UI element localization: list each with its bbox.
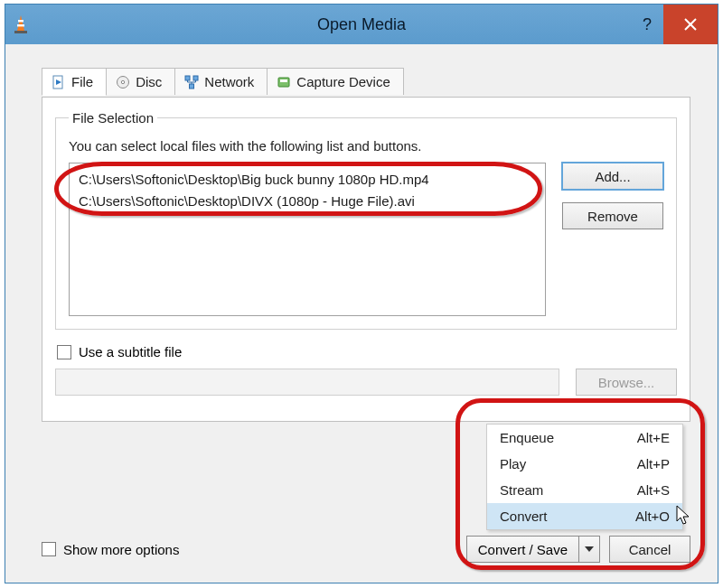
menu-item-shortcut: Alt+E xyxy=(637,430,670,445)
tab-capture-device[interactable]: Capture Device xyxy=(267,68,403,95)
menu-item-convert[interactable]: Convert Alt+O xyxy=(487,503,682,529)
menu-item-label: Play xyxy=(500,456,526,471)
menu-item-shortcut: Alt+P xyxy=(637,456,670,471)
file-icon xyxy=(52,75,66,89)
svg-rect-2 xyxy=(17,24,24,26)
remove-button[interactable]: Remove xyxy=(562,202,663,229)
menu-item-label: Convert xyxy=(500,509,548,524)
window-title: Open Media xyxy=(317,15,406,34)
cancel-button[interactable]: Cancel xyxy=(609,536,690,563)
convert-save-split-button[interactable]: Convert / Save xyxy=(466,536,600,563)
svg-rect-3 xyxy=(14,31,27,33)
vlc-cone-icon xyxy=(5,14,36,34)
chevron-down-icon xyxy=(585,546,594,552)
list-item[interactable]: C:\Users\Softonic\Desktop\Big buck bunny… xyxy=(79,169,536,191)
file-selection-hint: You can select local files with the foll… xyxy=(69,138,663,154)
svg-marker-16 xyxy=(677,506,689,524)
show-more-label: Show more options xyxy=(63,542,179,557)
cursor-icon xyxy=(676,505,692,527)
tab-network[interactable]: Network xyxy=(174,68,268,95)
svg-rect-14 xyxy=(280,79,287,82)
convert-save-button[interactable]: Convert / Save xyxy=(466,536,578,563)
menu-item-label: Stream xyxy=(500,482,543,498)
menu-item-shortcut: Alt+S xyxy=(637,482,670,498)
file-list[interactable]: C:\Users\Softonic\Desktop\Big buck bunny… xyxy=(69,163,546,316)
browse-button: Browse... xyxy=(576,369,677,396)
help-button[interactable]: ? xyxy=(631,15,663,34)
tabstrip: File Disc Network Capture Device xyxy=(42,68,690,95)
menu-item-play[interactable]: Play Alt+P xyxy=(487,451,682,477)
titlebar: Open Media ? xyxy=(5,5,718,44)
tab-network-label: Network xyxy=(204,74,254,89)
convert-save-label: Convert / Save xyxy=(478,542,568,557)
subtitle-path-field xyxy=(55,369,559,396)
close-button[interactable] xyxy=(663,5,718,44)
svg-rect-1 xyxy=(18,20,23,22)
list-item[interactable]: C:\Users\Softonic\Desktop\DIVX (1080p - … xyxy=(79,191,536,212)
disc-icon xyxy=(116,75,130,89)
menu-item-shortcut: Alt+O xyxy=(635,509,670,524)
subtitle-checkbox[interactable] xyxy=(57,345,71,359)
menu-item-enqueue[interactable]: Enqueue Alt+E xyxy=(487,425,682,451)
show-more-checkbox[interactable] xyxy=(42,542,56,556)
convert-save-menu: Enqueue Alt+E Play Alt+P Stream Alt+S Co… xyxy=(486,424,683,530)
subtitle-label: Use a subtitle file xyxy=(79,344,182,359)
svg-rect-12 xyxy=(190,84,194,89)
file-panel: File Selection You can select local file… xyxy=(42,97,690,422)
svg-point-9 xyxy=(121,80,124,83)
tab-disc-label: Disc xyxy=(136,74,162,89)
file-selection-group: File Selection You can select local file… xyxy=(55,110,677,330)
menu-item-label: Enqueue xyxy=(500,430,554,445)
svg-rect-11 xyxy=(193,76,198,80)
menu-item-stream[interactable]: Stream Alt+S xyxy=(487,477,682,503)
capture-device-icon xyxy=(277,75,291,89)
add-button[interactable]: Add... xyxy=(562,163,663,190)
svg-rect-10 xyxy=(185,76,190,80)
tab-capture-device-label: Capture Device xyxy=(296,74,390,89)
tab-file-label: File xyxy=(71,74,93,89)
convert-save-dropdown[interactable] xyxy=(578,536,600,563)
tab-file[interactable]: File xyxy=(42,68,107,96)
network-icon xyxy=(184,75,199,89)
dialog-bottom: Show more options Convert / Save Cancel xyxy=(42,536,690,563)
tab-disc[interactable]: Disc xyxy=(106,68,175,95)
close-icon xyxy=(684,18,697,31)
svg-marker-0 xyxy=(17,15,24,31)
svg-marker-15 xyxy=(585,546,594,552)
open-media-dialog: Open Media ? File Disc xyxy=(5,4,718,583)
file-selection-legend: File Selection xyxy=(69,110,157,126)
